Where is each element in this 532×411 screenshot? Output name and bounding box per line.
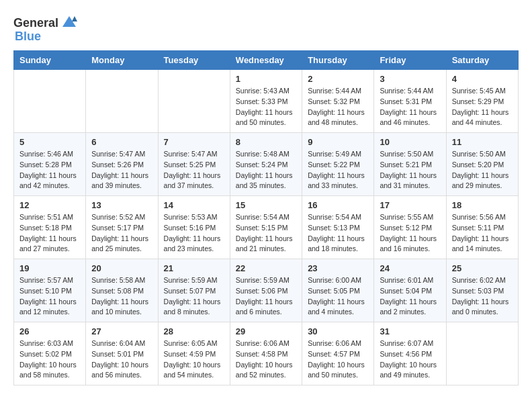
day-number: 3	[380, 74, 440, 84]
calendar-cell	[158, 70, 230, 133]
day-number: 1	[236, 74, 296, 84]
day-number: 19	[19, 263, 80, 273]
day-info: Sunrise: 5:47 AM Sunset: 5:26 PM Dayligh…	[91, 149, 152, 191]
calendar-cell: 13Sunrise: 5:52 AM Sunset: 5:17 PM Dayli…	[86, 196, 158, 259]
calendar-cell: 20Sunrise: 5:58 AM Sunset: 5:08 PM Dayli…	[86, 259, 158, 322]
day-number: 31	[380, 326, 440, 336]
day-info: Sunrise: 5:44 AM Sunset: 5:32 PM Dayligh…	[308, 86, 368, 128]
calendar-cell: 19Sunrise: 5:57 AM Sunset: 5:10 PM Dayli…	[14, 259, 86, 322]
calendar-cell	[86, 70, 158, 133]
day-number: 28	[164, 326, 224, 336]
day-info: Sunrise: 5:47 AM Sunset: 5:25 PM Dayligh…	[164, 149, 224, 191]
day-number: 8	[236, 137, 296, 147]
calendar-cell	[14, 70, 86, 133]
day-number: 27	[91, 326, 152, 336]
day-info: Sunrise: 5:53 AM Sunset: 5:16 PM Dayligh…	[164, 212, 224, 255]
day-info: Sunrise: 5:57 AM Sunset: 5:10 PM Dayligh…	[19, 275, 80, 318]
day-number: 10	[380, 137, 440, 147]
calendar-cell: 6Sunrise: 5:47 AM Sunset: 5:26 PM Daylig…	[86, 133, 158, 196]
day-number: 4	[452, 74, 513, 84]
calendar-cell: 9Sunrise: 5:49 AM Sunset: 5:22 PM Daylig…	[302, 133, 374, 196]
day-number: 6	[91, 137, 152, 147]
day-info: Sunrise: 6:07 AM Sunset: 4:56 PM Dayligh…	[380, 338, 440, 381]
calendar-week-row: 1Sunrise: 5:43 AM Sunset: 5:33 PM Daylig…	[14, 70, 519, 133]
weekday-header-friday: Friday	[374, 51, 446, 70]
calendar-week-row: 5Sunrise: 5:46 AM Sunset: 5:28 PM Daylig…	[14, 133, 519, 196]
logo: General Blue	[13, 13, 79, 44]
calendar-table: SundayMondayTuesdayWednesdayThursdayFrid…	[13, 50, 519, 385]
calendar-cell: 8Sunrise: 5:48 AM Sunset: 5:24 PM Daylig…	[230, 133, 302, 196]
calendar-cell: 29Sunrise: 6:06 AM Sunset: 4:58 PM Dayli…	[230, 322, 302, 385]
day-info: Sunrise: 5:58 AM Sunset: 5:08 PM Dayligh…	[91, 275, 152, 318]
calendar-cell: 22Sunrise: 5:59 AM Sunset: 5:06 PM Dayli…	[230, 259, 302, 322]
calendar-cell: 2Sunrise: 5:44 AM Sunset: 5:32 PM Daylig…	[302, 70, 374, 133]
calendar-cell: 24Sunrise: 6:01 AM Sunset: 5:04 PM Dayli…	[374, 259, 446, 322]
day-info: Sunrise: 5:44 AM Sunset: 5:31 PM Dayligh…	[380, 86, 440, 128]
day-number: 30	[308, 326, 368, 336]
day-number: 11	[452, 137, 513, 147]
day-info: Sunrise: 6:03 AM Sunset: 5:02 PM Dayligh…	[19, 338, 80, 381]
day-info: Sunrise: 6:06 AM Sunset: 4:58 PM Dayligh…	[236, 338, 296, 381]
page-header: General Blue	[13, 13, 519, 44]
day-number: 15	[236, 200, 296, 210]
day-number: 21	[164, 263, 224, 273]
day-number: 2	[308, 74, 368, 84]
day-info: Sunrise: 5:49 AM Sunset: 5:22 PM Dayligh…	[308, 149, 368, 191]
calendar-cell: 16Sunrise: 5:54 AM Sunset: 5:13 PM Dayli…	[302, 196, 374, 259]
day-number: 24	[380, 263, 440, 273]
calendar-week-row: 26Sunrise: 6:03 AM Sunset: 5:02 PM Dayli…	[14, 322, 519, 385]
calendar-cell: 25Sunrise: 6:02 AM Sunset: 5:03 PM Dayli…	[446, 259, 518, 322]
calendar-cell: 14Sunrise: 5:53 AM Sunset: 5:16 PM Dayli…	[158, 196, 230, 259]
weekday-header-saturday: Saturday	[446, 51, 518, 70]
day-number: 14	[164, 200, 224, 210]
day-info: Sunrise: 6:06 AM Sunset: 4:57 PM Dayligh…	[308, 338, 368, 381]
calendar-header-row: SundayMondayTuesdayWednesdayThursdayFrid…	[14, 51, 519, 70]
calendar-cell: 27Sunrise: 6:04 AM Sunset: 5:01 PM Dayli…	[86, 322, 158, 385]
svg-marker-1	[72, 16, 77, 21]
day-info: Sunrise: 5:52 AM Sunset: 5:17 PM Dayligh…	[91, 212, 152, 255]
day-info: Sunrise: 5:59 AM Sunset: 5:07 PM Dayligh…	[164, 275, 224, 318]
day-info: Sunrise: 5:55 AM Sunset: 5:12 PM Dayligh…	[380, 212, 440, 255]
day-number: 5	[19, 137, 80, 147]
calendar-cell: 17Sunrise: 5:55 AM Sunset: 5:12 PM Dayli…	[374, 196, 446, 259]
calendar-cell: 23Sunrise: 6:00 AM Sunset: 5:05 PM Dayli…	[302, 259, 374, 322]
day-info: Sunrise: 5:50 AM Sunset: 5:20 PM Dayligh…	[452, 149, 513, 191]
calendar-cell: 4Sunrise: 5:45 AM Sunset: 5:29 PM Daylig…	[446, 70, 518, 133]
day-info: Sunrise: 6:05 AM Sunset: 4:59 PM Dayligh…	[164, 338, 224, 381]
day-number: 9	[308, 137, 368, 147]
day-info: Sunrise: 6:04 AM Sunset: 5:01 PM Dayligh…	[91, 338, 152, 381]
day-info: Sunrise: 5:56 AM Sunset: 5:11 PM Dayligh…	[452, 212, 513, 255]
day-info: Sunrise: 5:43 AM Sunset: 5:33 PM Dayligh…	[236, 86, 296, 128]
day-info: Sunrise: 5:46 AM Sunset: 5:28 PM Dayligh…	[19, 149, 80, 191]
day-number: 29	[236, 326, 296, 336]
calendar-cell: 26Sunrise: 6:03 AM Sunset: 5:02 PM Dayli…	[14, 322, 86, 385]
calendar-cell: 3Sunrise: 5:44 AM Sunset: 5:31 PM Daylig…	[374, 70, 446, 133]
weekday-header-thursday: Thursday	[302, 51, 374, 70]
calendar-cell: 7Sunrise: 5:47 AM Sunset: 5:25 PM Daylig…	[158, 133, 230, 196]
day-info: Sunrise: 5:50 AM Sunset: 5:21 PM Dayligh…	[380, 149, 440, 191]
day-info: Sunrise: 5:48 AM Sunset: 5:24 PM Dayligh…	[236, 149, 296, 191]
calendar-week-row: 19Sunrise: 5:57 AM Sunset: 5:10 PM Dayli…	[14, 259, 519, 322]
calendar-cell: 28Sunrise: 6:05 AM Sunset: 4:59 PM Dayli…	[158, 322, 230, 385]
calendar-cell: 21Sunrise: 5:59 AM Sunset: 5:07 PM Dayli…	[158, 259, 230, 322]
calendar-cell: 5Sunrise: 5:46 AM Sunset: 5:28 PM Daylig…	[14, 133, 86, 196]
day-number: 20	[91, 263, 152, 273]
day-number: 7	[164, 137, 224, 147]
day-number: 17	[380, 200, 440, 210]
day-number: 12	[19, 200, 80, 210]
calendar-cell: 30Sunrise: 6:06 AM Sunset: 4:57 PM Dayli…	[302, 322, 374, 385]
day-number: 26	[19, 326, 80, 336]
logo-blue: Blue	[15, 30, 41, 44]
calendar-cell: 10Sunrise: 5:50 AM Sunset: 5:21 PM Dayli…	[374, 133, 446, 196]
calendar-cell: 15Sunrise: 5:54 AM Sunset: 5:15 PM Dayli…	[230, 196, 302, 259]
day-info: Sunrise: 6:02 AM Sunset: 5:03 PM Dayligh…	[452, 275, 513, 318]
day-info: Sunrise: 5:59 AM Sunset: 5:06 PM Dayligh…	[236, 275, 296, 318]
calendar-cell: 1Sunrise: 5:43 AM Sunset: 5:33 PM Daylig…	[230, 70, 302, 133]
day-info: Sunrise: 5:51 AM Sunset: 5:18 PM Dayligh…	[19, 212, 80, 255]
weekday-header-sunday: Sunday	[14, 51, 86, 70]
weekday-header-tuesday: Tuesday	[158, 51, 230, 70]
day-info: Sunrise: 6:00 AM Sunset: 5:05 PM Dayligh…	[308, 275, 368, 318]
day-number: 23	[308, 263, 368, 273]
day-info: Sunrise: 5:45 AM Sunset: 5:29 PM Dayligh…	[452, 86, 513, 128]
calendar-cell	[446, 322, 518, 385]
